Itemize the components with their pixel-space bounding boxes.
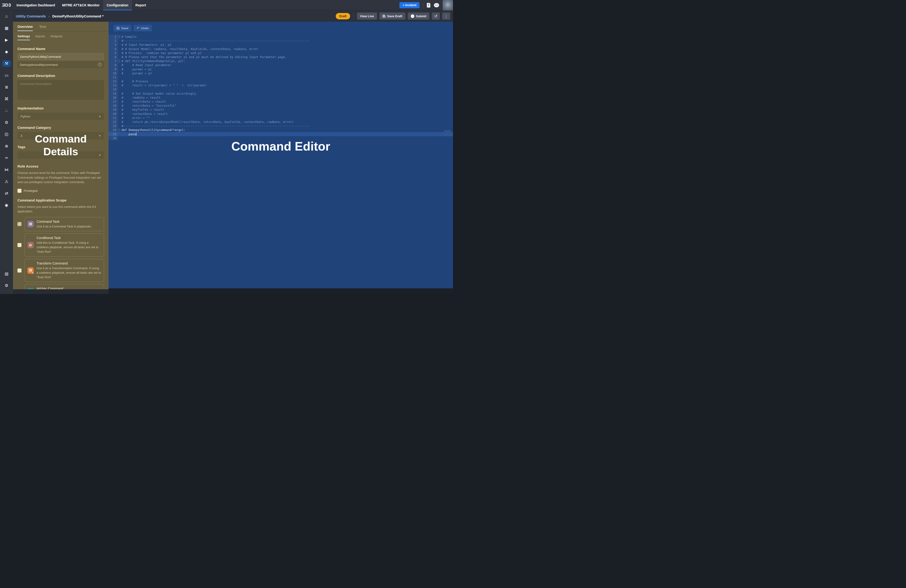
breadcrumb-separator: › — [49, 14, 50, 18]
connection-nodes-icon[interactable]: ∴ — [2, 107, 11, 114]
scope-card[interactable]: Ð Conditional Task Add this to Condition… — [24, 233, 104, 257]
nav-tab[interactable]: Investigation Dashboard ∨ — [13, 0, 59, 10]
fingerprint-icon[interactable]: ◉ — [2, 202, 11, 208]
contact-card-icon[interactable]: ▤ — [2, 271, 11, 277]
code-line: 1 ▾ # Sample: — [108, 35, 453, 39]
history-icon: ↺ — [434, 14, 437, 18]
search-glasses-icon[interactable]: ∞ — [2, 155, 11, 161]
panel-bottom-scroll-area[interactable] — [13, 289, 108, 294]
code-line: 24 ▾ def Demopythonutilitycommand(*args)… — [108, 128, 453, 132]
scope-desc-text: Use it as a Command Task in playbooks — [37, 225, 91, 229]
code-text: #---------------------------------------… — [121, 124, 310, 128]
document-icon[interactable] — [427, 3, 430, 8]
nav-tab[interactable]: Configuration ∨ — [103, 0, 132, 10]
panel-tab[interactable]: Test — [40, 25, 46, 31]
settings-gear-icon[interactable]: ⚙ — [2, 282, 11, 289]
d3-logo[interactable]: ƎD3 — [0, 3, 13, 8]
privileged-checkbox-row[interactable]: Privileged — [18, 189, 104, 193]
editor-save-button[interactable]: Save — [113, 25, 131, 31]
code-line: 25 ▾ pass — [108, 132, 453, 136]
history-button[interactable]: ↺ — [432, 13, 440, 19]
tags-select[interactable]: ▼ — [18, 151, 104, 159]
scope-card[interactable]: ⌘ ↻ Transform Command Use it as a Transf… — [24, 259, 104, 282]
command-description-input[interactable] — [18, 80, 104, 100]
nav-tab[interactable]: MITRE ATT&CK Monitor ∨ — [59, 0, 103, 10]
code-line: 9 ▾ # param1 = p1 — [108, 67, 453, 71]
line-number: 16 — [108, 96, 118, 100]
sidebar: ⌂ ▦ ▶ ◆ ⚒ — [0, 10, 13, 294]
integrations-puzzle-icon[interactable]: ◆ — [2, 48, 11, 55]
command-name-slug: Demopythonutilitycommand ? — [18, 61, 104, 68]
sync-arrows-icon[interactable]: ⇄ — [2, 190, 11, 196]
view-live-button[interactable]: View Live — [357, 13, 377, 19]
chevron-down-icon: ▼ — [99, 115, 101, 118]
page-title: DemoPythonUtilityCommand * — [53, 14, 104, 18]
investigation-schedule-icon[interactable]: ▦ — [2, 25, 11, 31]
playbook-icon[interactable]: ▶ — [2, 37, 11, 43]
scope-row: ⌘ + Ad-hoc Command Use it in the Inciden… — [18, 284, 104, 289]
panel-tabs: Overview Test — [13, 22, 108, 31]
breadcrumb-link[interactable]: Utility Commands — [16, 14, 46, 18]
database-icon[interactable]: ≣ — [2, 84, 11, 90]
code-text: # # Please note that the parameter p1 an… — [121, 55, 287, 59]
scope-checkbox[interactable] — [18, 222, 21, 226]
new-incident-button[interactable]: + Incident — [399, 2, 420, 8]
line-number: 3 — [108, 43, 118, 47]
code-editor[interactable]: 1 ▾ # Sample: 2 ▾ #---------------------… — [108, 35, 453, 140]
editor-undo-button[interactable]: ↶ Undo — [134, 25, 152, 31]
scope-card[interactable]: ⌘ + Ad-hoc Command Use it in the Inciden… — [24, 284, 104, 289]
avatar[interactable] — [443, 0, 453, 10]
fold-toggle-icon[interactable]: ▾ — [118, 128, 121, 132]
editor-bottom-scroll-area[interactable] — [108, 288, 453, 294]
scope-card[interactable]: ⌘ Command Task Use it as a Command Task … — [24, 217, 104, 231]
app-window: ƎD3 Investigation Dashboard ∨ MITRE ATT&… — [0, 0, 453, 294]
chat-icon[interactable]: ⋯ — [434, 3, 439, 7]
globe-icon[interactable]: ⊕ — [2, 143, 11, 149]
code-line: 6 ▾ # # Please note that the parameter p… — [108, 55, 453, 59]
broadcast-icon[interactable]: (|) — [2, 131, 11, 137]
code-line: 3 ▾ # # Input Parameters: p1, p2 — [108, 43, 453, 47]
command-category-select[interactable]: 3 ▼ — [18, 132, 104, 139]
command-application-scope-label: Command Application Scope — [18, 198, 104, 202]
command-name-input[interactable] — [18, 53, 104, 60]
handshake-icon[interactable]: ⋈ — [2, 166, 11, 173]
scope-type-icon: ⌘ ↻ — [27, 267, 34, 274]
line-number: 7 — [108, 59, 118, 63]
fold-toggle-icon[interactable]: ▾ — [118, 59, 121, 63]
submit-button[interactable]: ↑ Submit — [408, 13, 429, 19]
code-text: # keyfields = result — [121, 108, 164, 112]
home-icon[interactable]: ⌂ — [2, 13, 11, 19]
alert-editor-icon[interactable]: ⚠ — [2, 178, 11, 185]
code-text: # returnData = "Successful" — [121, 104, 177, 108]
code-line: 20 ▾ # contextData = result — [108, 112, 453, 116]
panel-subtab[interactable]: Outputs — [51, 35, 63, 40]
status-badge: Draft — [336, 13, 350, 19]
scope-list: ⌘ Command Task Use it as a Command Task … — [18, 217, 104, 290]
undo-icon: ↶ — [137, 26, 139, 30]
panel-tab[interactable]: Overview — [18, 25, 33, 31]
kebab-icon: ⋮ — [444, 14, 448, 18]
scope-checkbox[interactable] — [18, 269, 21, 272]
inline-actions-button[interactable]: ... — [444, 130, 451, 136]
whiteboard-icon[interactable]: ▭ — [2, 72, 11, 78]
floppy-icon — [383, 14, 386, 18]
code-line: 17 ▾ # resultData = result — [108, 100, 453, 104]
command-name-label: Command Name — [18, 47, 104, 51]
panel-subtab[interactable]: Settings — [18, 35, 30, 40]
code-line: 2 ▾ #-----------------------------------… — [108, 39, 453, 43]
nav-tab[interactable]: Report ∨ — [132, 0, 150, 10]
code-line: 15 ▾ # # Set Output model value accordin… — [108, 92, 453, 96]
implementation-select[interactable]: Python ▼ — [18, 113, 104, 120]
api-gear-icon[interactable]: ⚙ — [2, 119, 11, 126]
scope-checkbox[interactable] — [18, 243, 21, 247]
more-options-button[interactable]: ⋮ — [442, 13, 450, 19]
fold-toggle-icon[interactable]: ▾ — [118, 35, 121, 39]
code-line: 13 ▾ # result = str(param1) + " " + str(… — [108, 83, 453, 87]
command-icon[interactable]: ⌘ — [2, 96, 11, 102]
save-draft-button[interactable]: Save Draft — [380, 13, 405, 19]
utility-commands-tools-icon[interactable]: ⚒ — [2, 60, 11, 67]
panel-subtab[interactable]: Inputs — [35, 35, 45, 40]
code-line: 11 ▾ — [108, 75, 453, 79]
help-icon[interactable]: ? — [98, 63, 102, 67]
privileged-checkbox[interactable] — [18, 189, 21, 193]
